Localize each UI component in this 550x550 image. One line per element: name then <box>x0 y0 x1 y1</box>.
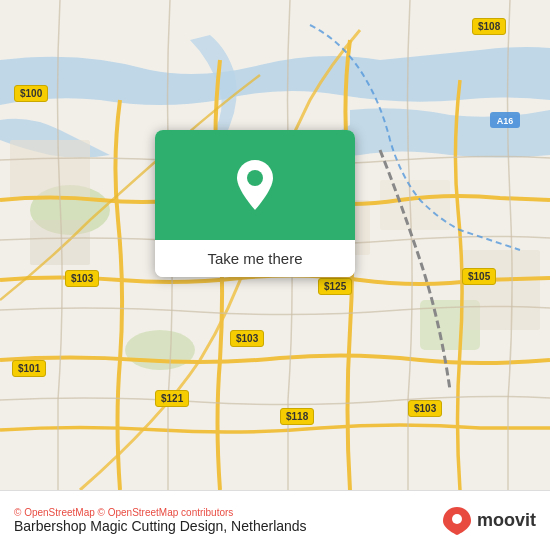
svg-rect-5 <box>30 220 90 265</box>
svg-point-13 <box>247 170 263 186</box>
price-badge-b1: $100 <box>14 85 48 102</box>
price-badge-b8: $121 <box>155 390 189 407</box>
price-badge-b10: $103 <box>408 400 442 417</box>
osm-credit: © OpenStreetMap © OpenStreetMap contribu… <box>14 507 307 518</box>
moovit-text: moovit <box>477 510 536 531</box>
popup-card: Take me there <box>155 130 355 277</box>
price-badge-b6: $105 <box>462 268 496 285</box>
svg-rect-8 <box>460 250 540 330</box>
moovit-icon <box>441 505 473 537</box>
take-me-there-button[interactable]: Take me there <box>155 240 355 277</box>
osm-link[interactable]: OpenStreetMap <box>24 507 95 518</box>
bottom-bar: © OpenStreetMap © OpenStreetMap contribu… <box>0 490 550 550</box>
svg-rect-4 <box>10 140 90 200</box>
price-badge-b3: $103 <box>65 270 99 287</box>
svg-text:A16: A16 <box>497 116 514 126</box>
price-badge-b4: $103 <box>230 330 264 347</box>
moovit-logo: moovit <box>441 505 536 537</box>
price-badge-b7: $101 <box>12 360 46 377</box>
location-name: Barbershop Magic Cutting Design, Netherl… <box>14 518 307 534</box>
popup-green-area <box>155 130 355 240</box>
osm-contributors: © OpenStreetMap contributors <box>98 507 234 518</box>
map-container: A16 $100$108$103$103$125$105$101$121$118… <box>0 0 550 490</box>
svg-point-14 <box>452 514 462 524</box>
bottom-left-info: © OpenStreetMap © OpenStreetMap contribu… <box>14 507 307 534</box>
osm-copyright: © <box>14 507 21 518</box>
price-badge-b9: $118 <box>280 408 314 425</box>
price-badge-b2: $108 <box>472 18 506 35</box>
svg-point-2 <box>125 330 195 370</box>
svg-rect-7 <box>380 180 450 230</box>
price-badge-b5: $125 <box>318 278 352 295</box>
location-pin-icon <box>233 158 277 212</box>
